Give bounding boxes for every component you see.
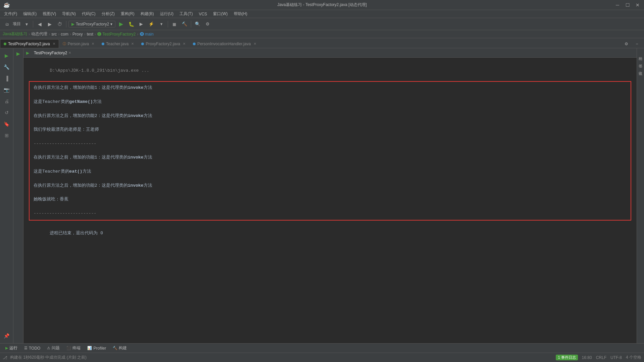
- bottom-problems-btn[interactable]: ⚠ 问题: [44, 345, 62, 352]
- menu-code[interactable]: 代码(C): [79, 10, 98, 17]
- menu-build[interactable]: 构建(B): [138, 10, 157, 17]
- menu-view[interactable]: 视图(V): [40, 10, 59, 17]
- console-area: ▶ TestProxyFactory2 ✕ D:\Apps\JDK-1.8.0_…: [23, 48, 637, 343]
- print-icon[interactable]: 🖨: [2, 97, 11, 106]
- tab-person[interactable]: ⓘ Person.java ✕: [59, 39, 98, 48]
- nav-back-icon[interactable]: ◀: [35, 20, 44, 28]
- minimize-button[interactable]: ─: [614, 2, 621, 8]
- toolbar-sep-3: [168, 21, 168, 27]
- gutter-icon[interactable]: ▐: [2, 74, 11, 83]
- tab-invocationhandler[interactable]: PersonInvocationHandler.java ✕: [189, 39, 260, 48]
- output-line-16: 她晚饭就吃：香蕉: [34, 196, 627, 203]
- breadcrumb-class[interactable]: 🅒 TestProxyFactory2: [97, 32, 136, 37]
- menu-vcs[interactable]: VCS: [196, 11, 210, 17]
- right-tab-bookmarks[interactable]: 书签: [637, 58, 644, 64]
- bottom-run-btn[interactable]: ▶ 运行: [3, 345, 20, 352]
- status-bar: ⎇ 构建在 1秒620毫秒 中成功完成 (片刻 之前) 1 事件日志 16:80…: [0, 353, 644, 362]
- breadcrumb-project[interactable]: Java基础练习: [3, 31, 27, 37]
- breadcrumb-proxy[interactable]: Proxy: [72, 32, 83, 37]
- tab-teacher-close-icon[interactable]: ✕: [131, 42, 134, 46]
- console-command-line: D:\Apps\JDK-1.8.0_291\bin\java.exe ...: [29, 60, 631, 81]
- right-tab-favorites[interactable]: 收藏: [637, 66, 644, 72]
- breadcrumb-sep-5: ›: [84, 32, 86, 37]
- tab-close-icon[interactable]: ✕: [53, 42, 55, 46]
- toolbar-sep-2: [66, 21, 66, 27]
- camera-icon[interactable]: 📷: [2, 85, 11, 95]
- maximize-button[interactable]: ☐: [625, 2, 631, 8]
- pin-icon[interactable]: 📌: [2, 331, 11, 341]
- search-everywhere-icon[interactable]: 🔍: [193, 20, 202, 28]
- coverage-button[interactable]: ▶: [137, 20, 146, 28]
- breadcrumb-src[interactable]: src: [51, 32, 57, 37]
- settings-icon[interactable]: ⚙: [203, 20, 212, 28]
- run-config-dropdown[interactable]: ▶ TestProxyFactory2 ▾: [68, 21, 115, 27]
- breadcrumb-com[interactable]: com: [61, 32, 68, 37]
- menu-window[interactable]: 窗口(W): [210, 10, 230, 17]
- bottom-todo-btn[interactable]: ☰ TODO: [21, 345, 43, 351]
- breadcrumb-method[interactable]: 🅜 main: [140, 32, 154, 37]
- more-run-options[interactable]: ▾: [157, 20, 166, 28]
- bookmark-sidebar-icon[interactable]: 🔖: [2, 119, 11, 129]
- process-end-line: 进程已结束，退出代码为 0: [29, 223, 631, 244]
- bottom-terminal-btn[interactable]: ⬛ 终端: [64, 345, 83, 352]
- line-ending-indicator[interactable]: CRLF: [596, 355, 606, 360]
- tab-person-close-icon[interactable]: ✕: [92, 42, 94, 46]
- warning-icon: ⚠: [47, 346, 50, 350]
- right-tab-structure[interactable]: 结构: [637, 51, 644, 57]
- layout-icon[interactable]: ⊞: [2, 131, 11, 140]
- run-tab-close[interactable]: ✕: [68, 51, 71, 55]
- tab-invocationhandler-close-icon[interactable]: ✕: [254, 42, 256, 46]
- tab-invocationhandler-dot-icon: [193, 43, 196, 45]
- wrench-icon[interactable]: 🔧: [2, 62, 11, 72]
- menu-navigate[interactable]: 导航(N): [59, 10, 78, 17]
- menu-file[interactable]: 文件(F): [1, 10, 20, 17]
- menu-run[interactable]: 运行(U): [157, 10, 176, 17]
- build-info: 构建在 1秒620毫秒 中成功完成 (片刻 之前): [10, 355, 87, 360]
- todo-icon: ☰: [24, 346, 28, 350]
- breadcrumb-sep-4: ›: [70, 32, 71, 37]
- indent-indicator[interactable]: 4 个空格: [626, 355, 641, 360]
- menu-help[interactable]: 帮助(H): [231, 10, 250, 17]
- tab-settings-icon[interactable]: ⚙: [622, 40, 631, 48]
- run-tab[interactable]: TestProxyFactory2 ✕: [32, 50, 73, 56]
- stop-button[interactable]: ◼: [170, 20, 179, 28]
- run-play-icon[interactable]: ▶: [16, 51, 20, 56]
- breadcrumb-module[interactable]: 动态代理: [31, 31, 47, 37]
- encoding-indicator[interactable]: UTF-8: [610, 355, 622, 360]
- profiler-label: Profiler: [93, 346, 106, 351]
- terminal-label: 终端: [72, 345, 80, 351]
- tab-proxyfactory2-close-icon[interactable]: ✕: [183, 42, 185, 46]
- debug-button[interactable]: 🐛: [127, 20, 136, 28]
- menu-edit[interactable]: 编辑(E): [20, 10, 39, 17]
- tab-teacher[interactable]: Teacher.java ✕: [98, 39, 138, 48]
- close-button[interactable]: ✕: [635, 2, 641, 8]
- history-icon[interactable]: ↺: [2, 108, 11, 117]
- output-line-2: [34, 92, 627, 99]
- menu-refactor[interactable]: 重构(R): [118, 10, 137, 17]
- tab-testproxyfactory2[interactable]: TestProxyFactory2.java ✕: [0, 39, 59, 48]
- event-log-badge[interactable]: 1 事件日志: [556, 355, 578, 360]
- console-output[interactable]: D:\Apps\JDK-1.8.0_291\bin\java.exe ... 在…: [23, 58, 637, 343]
- menu-analyze[interactable]: 分析(Z): [99, 10, 117, 17]
- build-icon[interactable]: 🔨: [180, 20, 189, 28]
- run-sidebar-icon[interactable]: ▶: [2, 51, 11, 60]
- breadcrumb-sep-3: ›: [58, 32, 59, 37]
- recent-files-icon[interactable]: ⏱: [55, 20, 64, 28]
- output-line-13: [34, 175, 627, 182]
- output-line-8: [34, 133, 627, 140]
- nav-forward-icon[interactable]: ▶: [45, 20, 54, 28]
- dropdown-icon[interactable]: ▾: [22, 20, 31, 28]
- position-indicator[interactable]: 16:80: [582, 355, 592, 360]
- bottom-build-btn[interactable]: 🔨 构建: [110, 345, 129, 352]
- bottom-profiler-btn[interactable]: 📊 Profiler: [85, 345, 109, 351]
- menu-tools[interactable]: 工具(T): [177, 10, 195, 17]
- command-text: D:\Apps\JDK-1.8.0_291\bin\java.exe ...: [50, 68, 149, 73]
- problems-label: 问题: [52, 345, 60, 351]
- tab-hide-icon[interactable]: −: [633, 40, 641, 48]
- output-line-5: 在执行原方法之后，增加的功能2：这是代理类的invoke方法: [34, 113, 627, 120]
- run-button[interactable]: ▶: [117, 20, 125, 28]
- terminal-icon: ⬛: [66, 346, 71, 350]
- profile-button[interactable]: ⚡: [147, 20, 156, 28]
- breadcrumb-test[interactable]: test: [87, 32, 93, 37]
- tab-proxyfactory2[interactable]: ProxyFactory2.java ✕: [138, 39, 189, 48]
